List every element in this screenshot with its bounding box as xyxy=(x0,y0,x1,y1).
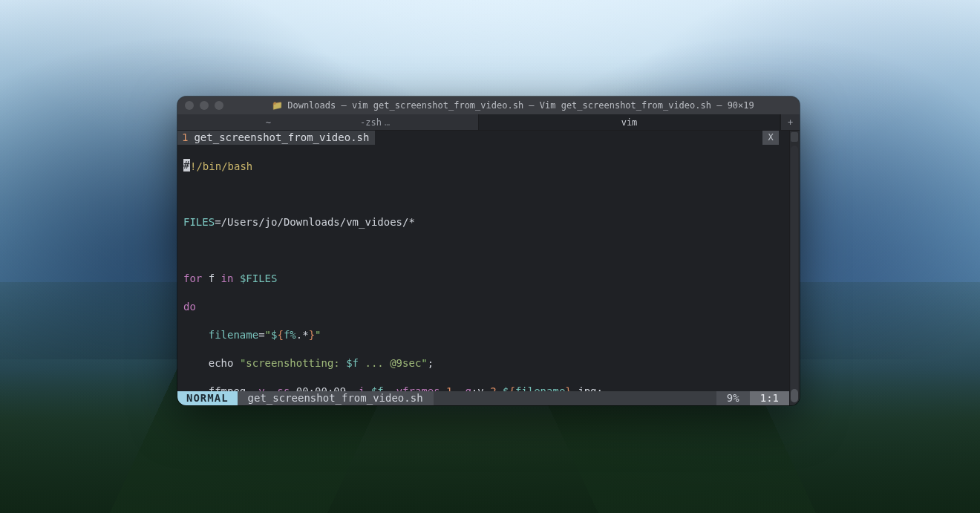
token-quote: " xyxy=(315,329,321,341)
token-var-ref: $FILES xyxy=(240,272,278,284)
vim-buffer-tab[interactable]: 1 get_screenshot_from_video.sh xyxy=(177,131,375,145)
tab-zsh-ellipsis: … xyxy=(385,117,390,128)
vim-status-percent: 9% xyxy=(716,391,750,405)
shebang: !/bin/bash xyxy=(190,160,252,172)
window-titlebar[interactable]: 📁 Downloads — vim get_screenshot_from_vi… xyxy=(177,97,800,114)
token-var-ref: $f xyxy=(346,357,359,369)
code-line: filename="${f%.*}" xyxy=(183,328,773,342)
buffer-index: 1 xyxy=(182,131,188,145)
vim-status-position: 1:1 xyxy=(750,391,789,405)
tab-vim-label: vim xyxy=(621,117,638,128)
indent xyxy=(183,329,209,341)
token-id: f xyxy=(209,272,215,284)
scrollbar-gutter xyxy=(789,131,800,405)
buffer-close-button[interactable]: X xyxy=(762,131,779,145)
token-op: = xyxy=(215,216,220,228)
code-area[interactable]: !/bin/bash FILES=/Users/jo/Downloads/vm_… xyxy=(177,145,779,391)
token-op: ; xyxy=(428,357,434,369)
token-kw: in xyxy=(221,272,234,284)
terminal-tabbar: ~ -zsh … vim + xyxy=(177,114,800,131)
token-kw: for xyxy=(183,272,202,284)
folder-icon: 📁 xyxy=(272,100,283,111)
code-line xyxy=(183,187,773,201)
new-tab-button[interactable]: + xyxy=(780,114,800,130)
scrollbar-thumb[interactable] xyxy=(791,389,798,402)
vim-editor[interactable]: 1 get_screenshot_from_video.sh X !/bin/b… xyxy=(177,131,789,405)
statusline-spacer xyxy=(434,391,716,405)
window-title: 📁 Downloads — vim get_screenshot_from_vi… xyxy=(234,100,792,111)
token-str: ... @9sec xyxy=(359,357,421,369)
close-window-button[interactable] xyxy=(185,101,194,110)
token-kw: do xyxy=(183,301,196,313)
code-line: do xyxy=(183,300,773,314)
traffic-lights xyxy=(185,101,223,110)
terminal-body: 1 get_screenshot_from_video.sh X !/bin/b… xyxy=(177,131,800,405)
minimize-window-button[interactable] xyxy=(200,101,209,110)
code-line xyxy=(183,244,773,258)
tab-zsh-label: -zsh xyxy=(360,117,382,128)
token-cmd: echo xyxy=(209,357,234,369)
token-var: filename xyxy=(209,329,258,341)
token-brace: { xyxy=(277,329,283,341)
token-param: f% xyxy=(284,329,296,341)
vim-mode: NORMAL xyxy=(177,391,238,405)
token-brace: } xyxy=(309,329,315,341)
token-var: FILES xyxy=(183,216,215,228)
zoom-window-button[interactable] xyxy=(215,101,223,110)
vim-status-file: get_screenshot_from_video.sh xyxy=(238,391,434,405)
terminal-window: 📁 Downloads — vim get_screenshot_from_vi… xyxy=(177,97,800,405)
token-str: screenshotting: xyxy=(246,357,346,369)
scrollbar-track[interactable] xyxy=(791,146,798,402)
token-op: = xyxy=(258,329,264,341)
token-glob: .* xyxy=(296,329,309,341)
tab-vim[interactable]: vim xyxy=(479,114,780,130)
window-title-text: Downloads — vim get_screenshot_from_vide… xyxy=(287,100,754,111)
indent xyxy=(183,357,209,369)
close-icon: X xyxy=(768,131,773,145)
code-line: echo "screenshotting: $f ... @9sec"; xyxy=(183,356,773,370)
plus-icon: + xyxy=(788,117,793,128)
vim-buffer-bar: 1 get_screenshot_from_video.sh X xyxy=(177,131,779,145)
code-line: FILES=/Users/jo/Downloads/vm_vidoes/* xyxy=(183,215,773,229)
window-corner-icon xyxy=(791,132,798,142)
tab-zsh[interactable]: ~ -zsh … xyxy=(177,114,479,130)
buffer-name: get_screenshot_from_video.sh xyxy=(194,131,369,145)
code-line: for f in $FILES xyxy=(183,272,773,286)
vim-statusline: NORMAL get_screenshot_from_video.sh 9% 1… xyxy=(177,391,789,405)
code-line: !/bin/bash xyxy=(183,159,773,173)
token-quote: " xyxy=(421,357,427,369)
token-path: /Users/jo/Downloads/vm_vidoes/* xyxy=(221,216,415,228)
token-quote: " xyxy=(265,329,271,341)
tab-home-glyph: ~ xyxy=(266,117,271,128)
vim-cursor xyxy=(183,159,190,171)
